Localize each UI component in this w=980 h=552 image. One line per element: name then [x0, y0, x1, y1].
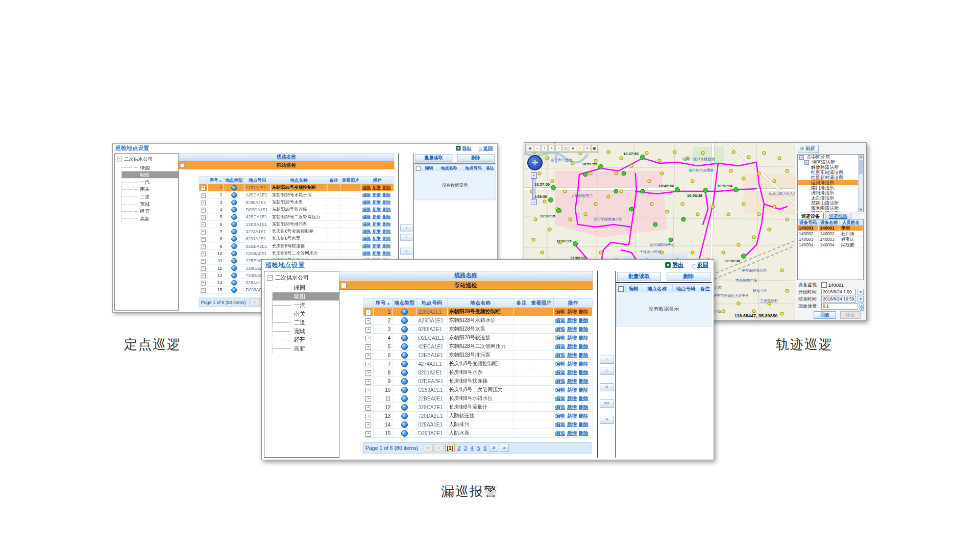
row-op-1[interactable]: 新增 [567, 378, 577, 384]
speed-spinner[interactable]: ▲▼ [860, 304, 864, 310]
point-row-13[interactable]: +13720DA2E1人防软连接编辑新增删除 [363, 412, 593, 420]
point-row-6[interactable]: +612EBA1E1东朝阳28号排污泵编辑新增删除 [199, 220, 394, 228]
delete-button[interactable]: 删除 [667, 272, 710, 281]
row-op-1[interactable]: 新增 [567, 387, 577, 392]
route-name-header[interactable]: 线路名称 [178, 153, 394, 160]
expand-icon[interactable]: + [201, 244, 205, 248]
point-row-10[interactable]: +10C259A0E1长庆街8号二次管网压力编辑新增删除 [199, 249, 394, 257]
legend-item-红星新村清洁所[interactable]: 红星新村清洁所 [798, 175, 863, 180]
device-row-140001[interactable]: 140001140001李明 [798, 225, 863, 231]
row-op-1[interactable]: 新增 [567, 352, 577, 358]
row-op-1[interactable]: 新增 [373, 199, 381, 204]
row-op-1[interactable]: 新增 [567, 317, 577, 323]
tree-item-南关[interactable]: 南关 [122, 186, 179, 192]
expand-icon[interactable]: + [365, 431, 371, 437]
row-op-1[interactable]: 新增 [567, 326, 577, 332]
expand-icon[interactable]: + [201, 288, 205, 292]
transfer-button-1[interactable]: ↓ [400, 234, 412, 241]
expand-icon[interactable]: + [365, 362, 371, 367]
row-expand-cell[interactable]: + [199, 220, 208, 228]
map-tool-icon-2[interactable]: ↕ [541, 145, 548, 152]
export-link[interactable]: X 导出 [456, 145, 472, 152]
point-row-14[interactable]: +14028AA1E1人防排污编辑新增删除 [363, 420, 593, 429]
select-all-checkbox[interactable] [618, 286, 624, 292]
point-row-2[interactable]: +2A29DA1E1东朝阳28号水箱水位编辑新增删除 [199, 191, 394, 198]
row-op-0[interactable]: 编辑 [555, 309, 565, 314]
transfer-button-3[interactable]: << [600, 399, 614, 408]
transfer-button-1[interactable]: ↓ [600, 367, 614, 375]
tree-item-一汽[interactable]: 一汽 [273, 301, 339, 309]
row-op-0[interactable]: 编辑 [555, 369, 565, 375]
row-op-2[interactable]: 删除 [382, 207, 390, 211]
column-5[interactable]: 查看照片 [340, 176, 361, 184]
row-op-1[interactable]: 新增 [373, 229, 381, 233]
row-op-2[interactable]: 删除 [579, 430, 589, 436]
row-expand-cell[interactable]: + [363, 403, 374, 412]
pager-page-2[interactable]: 2 [456, 445, 461, 451]
collapse-icon[interactable]: − [799, 155, 804, 160]
transfer-button-2[interactable]: < [600, 383, 614, 391]
point-row-9[interactable]: +902DEA2E1长庆街8号软连接编辑新增删除 [199, 242, 394, 249]
row-op-2[interactable]: 删除 [579, 361, 589, 366]
row-op-0[interactable]: 编辑 [555, 413, 565, 418]
point-row-7[interactable]: +74274A1E1长庆街8号变频控制柜编辑新增删除 [363, 360, 593, 368]
row-expand-cell[interactable]: + [363, 325, 374, 334]
row-op-2[interactable]: 删除 [579, 352, 589, 358]
row-expand-cell[interactable]: + [363, 412, 374, 420]
row-op-0[interactable]: 编辑 [362, 250, 371, 255]
point-row-2[interactable]: +2A29DA1E1东朝阳28号水箱水位编辑新增删除 [363, 316, 593, 325]
row-expand-cell[interactable]: + [363, 429, 374, 438]
row-expand-cell[interactable]: + [363, 316, 374, 325]
expand-icon[interactable]: + [201, 215, 205, 219]
expand-icon[interactable]: + [201, 259, 205, 263]
route-name-link[interactable]: 线路名称 [277, 154, 296, 159]
map-tool-icon-4[interactable]: − [555, 145, 562, 152]
row-expand-cell[interactable]: + [363, 351, 374, 360]
row-op-1[interactable]: 新增 [567, 335, 577, 340]
row-op-2[interactable]: 删除 [382, 243, 390, 248]
row-op-1[interactable]: 新增 [567, 421, 577, 427]
row-op-1[interactable]: 新增 [567, 413, 577, 418]
row-op-0[interactable]: 编辑 [555, 326, 565, 332]
row-op-0[interactable]: 编辑 [555, 335, 565, 340]
row-op-1[interactable]: 新增 [567, 361, 577, 366]
row-expand-cell[interactable]: + [199, 198, 208, 206]
point-row-1[interactable]: +12281A2E1东朝阳28号变频控制柜编辑新增删除 [199, 184, 394, 191]
row-op-1[interactable]: 新增 [567, 369, 577, 375]
route-name-header[interactable]: 线路名称 [339, 271, 593, 280]
expand-icon[interactable]: + [365, 405, 371, 411]
point-row-10[interactable]: +10C259A0E1长庆街8号二次管网压力编辑新增删除 [363, 386, 593, 394]
row-expand-cell[interactable]: + [199, 279, 208, 286]
expand-icon[interactable]: + [201, 281, 205, 285]
expand-icon[interactable]: + [365, 396, 371, 402]
transfer-button-0[interactable]: ↑ [600, 356, 614, 364]
column-1[interactable]: 地点类型 [224, 176, 244, 184]
row-op-0[interactable]: 编辑 [555, 361, 565, 366]
map-tool-icon-9[interactable]: ▣ [591, 145, 598, 152]
legend-item-太白清洁所[interactable]: 太白清洁所 [798, 195, 863, 200]
legend-item-琵琶山清洁所[interactable]: 琵琶山清洁所 [798, 200, 863, 206]
point-row-5[interactable]: +542ECA1E1东朝阳28号二次管网压力编辑新增删除 [363, 342, 593, 351]
row-op-0[interactable]: 编辑 [555, 352, 565, 358]
delete-button[interactable]: 删除 [457, 154, 495, 162]
zoom-slider-track[interactable] [532, 179, 535, 199]
pager-page-3[interactable]: 3 [463, 445, 468, 451]
row-op-1[interactable]: 新增 [373, 243, 381, 248]
map-tool-icon-6[interactable]: ● [570, 145, 576, 152]
row-op-0[interactable]: 编辑 [555, 430, 565, 436]
select-all-cell[interactable] [414, 164, 422, 171]
row-op-0[interactable]: 编辑 [362, 199, 371, 204]
row-op-0[interactable]: 编辑 [362, 229, 371, 233]
row-op-2[interactable]: 删除 [382, 192, 390, 197]
row-op-2[interactable]: 删除 [382, 250, 390, 255]
expand-icon[interactable]: + [201, 193, 205, 197]
row-op-1[interactable]: 新增 [567, 395, 577, 401]
transfer-button-2[interactable]: < [400, 248, 412, 255]
column-2[interactable]: 地点号码 [416, 298, 447, 308]
column-6[interactable]: 操作 [553, 298, 592, 308]
pager-first-button[interactable]: « [424, 444, 433, 452]
expand-icon[interactable]: + [365, 379, 371, 385]
tree-item-绿园[interactable]: 绿园 [273, 284, 339, 292]
device-column-2[interactable]: 人员姓名 [840, 219, 863, 225]
row-expand-cell[interactable]: + [363, 420, 374, 429]
